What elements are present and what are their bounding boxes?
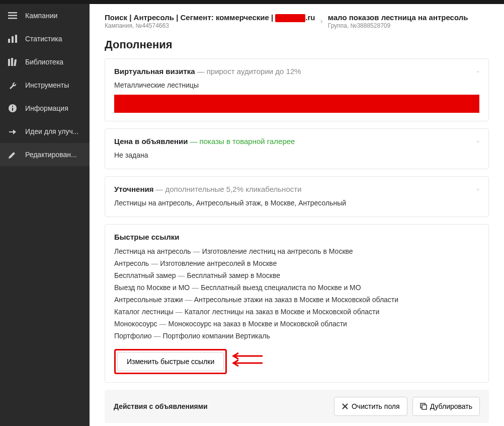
ideas-icon [7, 126, 18, 137]
edit-icon [7, 149, 18, 160]
sidebar-item-campaigns[interactable]: Кампании [0, 4, 90, 27]
card-price-subtitle: — показы в товарной галерее [190, 137, 295, 146]
svg-rect-11 [12, 106, 13, 107]
breadcrumb-campaign-sub: Кампания, №44574663 [105, 22, 315, 29]
sitelink-row: Каталог лестницы—Каталог лестницы на зак… [114, 306, 479, 318]
breadcrumb-campaign-title: Поиск | Антресоль | Сегмент: коммерчески… [105, 13, 315, 22]
sitelink-row: Бесплатный замер—Бесплатный замер в Моск… [114, 269, 479, 281]
sidebar-item-stats[interactable]: Статистика [0, 27, 90, 50]
card-callouts-body: Лестницы на антресоль, Антресольный этаж… [114, 197, 479, 208]
svg-rect-8 [14, 59, 17, 66]
info-icon [7, 103, 18, 114]
annotation-highlight: Изменить быстрые ссылки [114, 349, 227, 374]
svg-rect-5 [15, 35, 17, 43]
redacted-block [114, 95, 479, 113]
section-title: Дополнения [105, 38, 489, 51]
sidebar-item-label: Инструменты [25, 81, 69, 89]
breadcrumb-group[interactable]: мало показов лестница на антресоль Групп… [328, 13, 468, 29]
sidebar-item-label: Идеи для улуч... [25, 127, 78, 135]
sitelink-row: Лестница на антресоль—Изготовление лестн… [114, 245, 479, 257]
stats-icon [7, 33, 18, 44]
sidebar-item-editing[interactable]: Редактирован... [0, 143, 90, 166]
card-price-body: Не задана [114, 150, 479, 161]
svg-rect-3 [8, 39, 10, 43]
copy-icon [420, 403, 427, 410]
svg-rect-17 [422, 405, 427, 409]
sitelink-row: Монокосоурс—Монокосоурс на заказ в Москв… [114, 318, 479, 330]
chevron-right-icon: › [320, 17, 323, 26]
library-icon [7, 56, 18, 67]
card-sitelinks-title: Быстрые ссылки [114, 233, 180, 241]
card-vcard-subtitle: — прирост аудитории до 12% [197, 67, 301, 76]
sidebar-item-info[interactable]: Информация [0, 97, 90, 120]
sidebar-item-label: Информация [25, 104, 68, 112]
svg-rect-0 [8, 12, 17, 14]
svg-rect-6 [8, 59, 10, 66]
svg-rect-1 [8, 15, 17, 17]
sitelinks-list: Лестница на антресоль—Изготовление лестн… [114, 245, 479, 342]
close-icon [342, 403, 349, 410]
sidebar-item-label: Библиотека [25, 58, 63, 66]
breadcrumb: Поиск | Антресоль | Сегмент: коммерчески… [90, 4, 504, 30]
card-vcard[interactable]: ⌄ Виртуальная визитка — прирост аудитори… [105, 58, 489, 121]
card-vcard-body: Металлические лестницы [114, 81, 199, 89]
card-sitelinks[interactable]: Быстрые ссылки Лестница на антресоль—Изг… [105, 224, 489, 383]
card-price-title: Цена в объявлении [114, 137, 188, 146]
sidebar-item-library[interactable]: Библиотека [0, 50, 90, 74]
sitelink-row: Выезд по Москве и МО—Бесплатный выезд сп… [114, 281, 479, 294]
sitelink-row: Портфолио—Портфолио компании Вертикаль [114, 330, 479, 342]
edit-sitelinks-button[interactable]: Изменить быстрые ссылки [117, 352, 224, 371]
card-vcard-title: Виртуальная визитка [114, 67, 195, 76]
svg-rect-7 [11, 58, 13, 66]
svg-rect-10 [12, 108, 13, 111]
actions-title: Действия с объявлениями [114, 402, 208, 410]
tools-icon [7, 80, 18, 91]
breadcrumb-group-sub: Группа, №3888528709 [328, 22, 468, 29]
sitelink-row: Антресоль—Изготовление антресолей в Моск… [114, 257, 479, 269]
svg-rect-2 [8, 18, 17, 19]
card-price[interactable]: ⌄ Цена в объявлении — показы в товарной … [105, 128, 489, 169]
sitelink-row: Антресольные этажи—Антресольные этажи на… [114, 294, 479, 306]
sidebar-item-ideas[interactable]: Идеи для улуч... [0, 120, 90, 143]
actions-bar: Действия с объявлениями Очистить поля Ду… [105, 390, 489, 423]
breadcrumb-group-title: мало показов лестница на антресоль [328, 13, 468, 22]
main-content: Поиск | Антресоль | Сегмент: коммерчески… [90, 4, 504, 426]
sidebar-item-label: Редактирован... [25, 151, 77, 159]
menu-icon [7, 10, 18, 21]
sidebar-item-label: Кампании [25, 12, 57, 20]
sidebar-item-tools[interactable]: Инструменты [0, 74, 90, 97]
redacted-block [275, 14, 305, 22]
card-callouts[interactable]: ⌄ Уточнения — дополнительные 5,2% кликаб… [105, 176, 489, 217]
breadcrumb-campaign[interactable]: Поиск | Антресоль | Сегмент: коммерчески… [105, 13, 315, 29]
sidebar-item-label: Статистика [25, 35, 62, 43]
chevron-down-icon[interactable]: ⌄ [475, 185, 480, 192]
chevron-down-icon[interactable]: ⌄ [475, 137, 480, 144]
annotation-arrows [227, 352, 263, 369]
card-callouts-title: Уточнения [114, 185, 153, 193]
svg-rect-4 [12, 36, 14, 43]
duplicate-button[interactable]: Дублировать [412, 397, 480, 416]
sidebar: Кампании Статистика Библиотека Инструмен… [0, 4, 90, 426]
card-callouts-subtitle: — дополнительные 5,2% кликабельности [155, 185, 301, 193]
clear-fields-button[interactable]: Очистить поля [334, 397, 407, 416]
chevron-down-icon[interactable]: ⌄ [475, 67, 480, 74]
